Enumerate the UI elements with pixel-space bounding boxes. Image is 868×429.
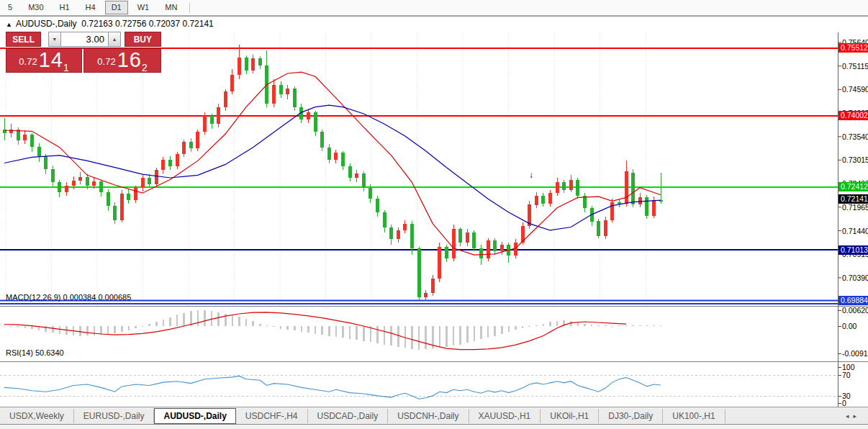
- tab-eurusd-daily[interactable]: EURUSD-,Daily: [74, 409, 155, 423]
- tab-audusd-daily[interactable]: AUDUSD-,Daily: [154, 408, 235, 424]
- tab-scroll-left-icon: ◂: [846, 412, 854, 420]
- sell-button[interactable]: SELL: [6, 32, 41, 47]
- volume-decrease-button[interactable]: ▾: [48, 32, 61, 47]
- macd-pane-title: MACD(12,26,9) 0.000384 0.000685: [6, 293, 131, 302]
- tab-uk100-h1[interactable]: UK100-,H1: [663, 409, 725, 423]
- tab-usdcad-daily[interactable]: USDCAD-,Daily: [308, 409, 389, 423]
- tab-ukoil-h1[interactable]: UKOil-,H1: [541, 409, 599, 423]
- buy-button[interactable]: BUY: [125, 32, 161, 47]
- status-strip: [0, 424, 868, 429]
- sell-price-tile[interactable]: 0.72141: [6, 48, 82, 73]
- tab-usdchf-h4[interactable]: USDCHF-,H4: [236, 409, 308, 423]
- timeframe-button-m5[interactable]: 5: [1, 1, 19, 14]
- buy-price-pips: 16: [117, 49, 142, 71]
- timeframe-button-mn[interactable]: MN: [158, 1, 184, 14]
- one-click-trading-panel: SELL ▾ ▴ BUY 0.72141 0.72162: [6, 32, 161, 73]
- volume-input[interactable]: [61, 32, 108, 47]
- tab-xauusd-h1[interactable]: XAUUSD-,H1: [469, 409, 541, 423]
- tab-usdx-weekly[interactable]: USDX,Weekly: [0, 409, 74, 423]
- sell-price-pips: 14: [39, 49, 63, 71]
- tab-usdcnh-daily[interactable]: USDCNH-,Daily: [388, 409, 469, 423]
- timeframe-toolbar: 5 M30 H1 H4 D1 W1 MN: [0, 0, 868, 16]
- chart-canvas[interactable]: [0, 17, 868, 429]
- buy-price-prefix: 0.72: [97, 53, 115, 71]
- timeframe-button-h1[interactable]: H1: [53, 1, 76, 14]
- tab-scroll-right-icon: ▸: [853, 412, 861, 420]
- arrow-annotation: ↓: [529, 170, 533, 180]
- timeframe-button-w1[interactable]: W1: [131, 1, 156, 14]
- timeframe-button-d1[interactable]: D1: [105, 1, 128, 14]
- toolbar-separator: [189, 2, 190, 13]
- trading-app-window: 5 M30 H1 H4 D1 W1 MN 0.756400.751150.745…: [0, 0, 868, 429]
- collapse-panel-icon[interactable]: ▲: [6, 21, 12, 28]
- timeframe-button-h4[interactable]: H4: [79, 1, 102, 14]
- chart-window: 0.756400.751150.745900.740650.735400.730…: [0, 16, 868, 395]
- sell-price-point: 1: [63, 64, 69, 71]
- symbol-tab-bar: USDX,Weekly EURUSD-,Daily AUDUSD-,Daily …: [0, 407, 868, 425]
- tab-scroll-arrows[interactable]: ◂▸: [846, 412, 861, 420]
- chart-ohlc-values: 0.72163 0.72756 0.72037 0.72141: [81, 19, 214, 29]
- buy-price-tile[interactable]: 0.72162: [83, 48, 161, 73]
- volume-increase-button[interactable]: ▴: [108, 32, 121, 47]
- timeframe-button-m30[interactable]: M30: [22, 1, 50, 14]
- tab-dj30-daily[interactable]: DJ30-,Daily: [599, 409, 663, 423]
- buy-price-point: 2: [142, 64, 148, 71]
- chart-title: ▲AUDUSD-,Daily 0.72163 0.72756 0.72037 0…: [6, 19, 214, 29]
- rsi-pane-title: RSI(14) 50.6340: [6, 348, 64, 357]
- sell-price-prefix: 0.72: [19, 53, 37, 71]
- chart-symbol-label: AUDUSD-,Daily: [16, 19, 77, 29]
